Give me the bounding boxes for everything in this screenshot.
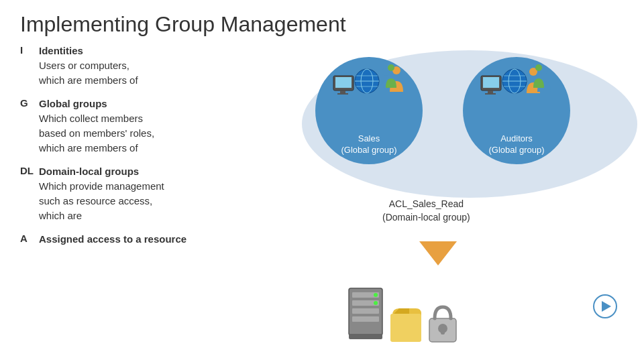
play-button[interactable] (593, 294, 617, 318)
sales-circle: Sales (Global group) (315, 57, 423, 164)
svg-point-23 (535, 64, 542, 71)
group-text-assigned: Assigned access to a resource (39, 232, 186, 247)
sales-label: Sales (Global group) (341, 133, 396, 156)
sales-icon (332, 62, 406, 113)
group-text-identities: Identities Users or computers,which are … (39, 44, 138, 87)
play-icon (602, 301, 611, 312)
svg-rect-31 (349, 334, 382, 339)
svg-rect-13 (483, 77, 499, 88)
acl-label: ACL_Sales_Read (Domain-local group) (382, 198, 470, 224)
svg-rect-28 (352, 316, 379, 322)
svg-point-30 (374, 301, 378, 305)
svg-rect-32 (390, 314, 421, 342)
group-item-global: G Global groups Which collect membersbas… (20, 97, 275, 155)
resources-icon (342, 275, 476, 355)
group-heading-global: Global groups (39, 97, 154, 111)
group-text-global: Global groups Which collect membersbased… (39, 97, 154, 155)
svg-rect-15 (485, 93, 496, 95)
group-heading-assigned: Assigned access to a resource (39, 232, 186, 247)
group-text-domain: Domain-local groups Which provide manage… (39, 164, 164, 223)
group-label-G: G (20, 97, 39, 109)
group-heading-identities: Identities (39, 44, 138, 58)
group-label-I: I (20, 44, 39, 56)
svg-rect-35 (441, 328, 445, 335)
group-item-assigned: A Assigned access to a resource (20, 232, 275, 247)
group-desc-global: Which collect membersbased on members' r… (39, 113, 154, 154)
auditors-circle: Auditors (Global group) (463, 57, 570, 164)
svg-rect-14 (488, 90, 493, 93)
svg-rect-27 (352, 308, 379, 314)
arrow-down (419, 241, 457, 265)
svg-point-11 (388, 64, 394, 71)
group-heading-domain: Domain-local groups (39, 164, 164, 179)
right-panel: Sales (Global group) (288, 44, 624, 325)
auditors-label: Auditors (Global group) (488, 133, 544, 156)
svg-rect-3 (337, 93, 348, 95)
group-item-domain: DL Domain-local groups Which provide man… (20, 164, 275, 223)
left-panel: I Identities Users or computers,which ar… (20, 44, 275, 325)
svg-point-29 (374, 293, 378, 297)
group-label-DL: DL (20, 165, 39, 176)
bottom-resources (342, 275, 476, 355)
group-desc-domain: Which provide managementsuch as resource… (39, 180, 164, 221)
svg-rect-2 (340, 90, 345, 93)
page-title: Implementing Group Management (0, 0, 644, 44)
auditors-icon (480, 62, 553, 113)
group-item-identities: I Identities Users or computers,which ar… (20, 44, 275, 87)
group-desc-identities: Users or computers,which are members of (39, 60, 138, 86)
group-label-A: A (20, 233, 39, 244)
svg-rect-1 (335, 77, 352, 88)
